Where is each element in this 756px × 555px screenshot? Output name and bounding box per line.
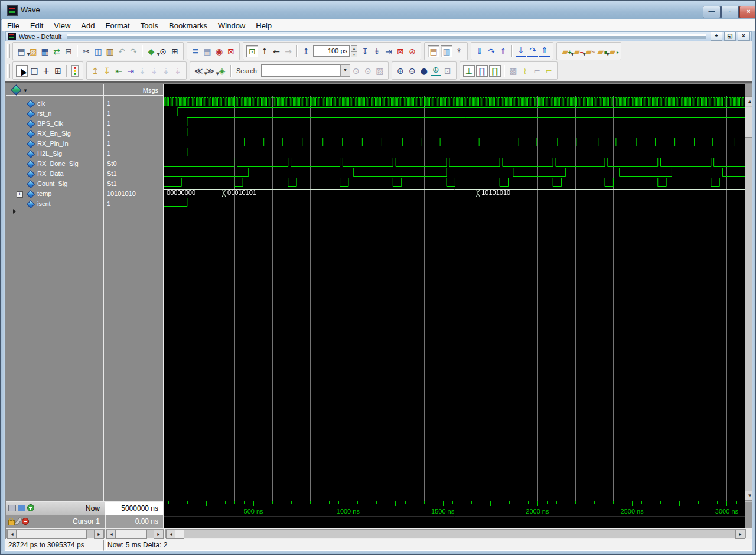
save-format-icon[interactable]: ▰▪▼ xyxy=(595,46,606,57)
compile-icon[interactable]: ◆▼ xyxy=(146,46,157,57)
select-mode-icon[interactable]: ▲ xyxy=(16,65,28,77)
literal-mode-icon[interactable]: ∏ xyxy=(489,65,501,77)
delete-cursor-icon[interactable] xyxy=(22,518,29,525)
delete-wave-icon[interactable]: ⊠ xyxy=(226,46,236,57)
insert-cursor-wave-icon[interactable]: ⇓ xyxy=(516,46,526,57)
link-icon[interactable]: ⊡ xyxy=(246,45,258,57)
zoom-mode-icon[interactable]: □ xyxy=(29,66,40,76)
menu-bookmarks[interactable]: Bookmarks xyxy=(164,20,213,31)
remove-window-pane-icon[interactable]: ▰−▼ xyxy=(572,46,582,57)
menu-view[interactable]: View xyxy=(48,20,76,31)
restart-icon[interactable]: ↥ xyxy=(301,46,311,57)
save-icon[interactable]: ▦ xyxy=(40,46,50,57)
add-to-wave-icon[interactable]: ≣ xyxy=(190,46,201,57)
memory-profile-icon[interactable]: ▥ xyxy=(441,45,452,57)
signal-value-H2L_Sig[interactable]: 1 xyxy=(107,149,163,159)
next-transition-icon[interactable]: ⇥ xyxy=(125,66,136,76)
lock-cursor-icon[interactable] xyxy=(8,520,15,525)
restore-cursor-icon[interactable]: ↷ xyxy=(486,46,497,57)
spin-up-icon[interactable]: ▲ xyxy=(351,45,357,51)
logic-mode-icon[interactable]: ∏ xyxy=(476,65,488,77)
stop-drag-icon[interactable]: * xyxy=(454,46,464,57)
new-file-icon[interactable]: ▤▼ xyxy=(16,46,27,57)
signal-row-iscnt[interactable]: iscnt xyxy=(6,199,103,209)
menu-tools[interactable]: Tools xyxy=(135,20,164,31)
back-icon[interactable]: ← xyxy=(271,46,282,57)
grid-display-icon[interactable]: ▩ xyxy=(508,66,519,76)
undo-icon[interactable]: ↶ xyxy=(116,46,127,57)
open-format-icon[interactable]: ▰▸ xyxy=(607,46,618,57)
stop-icon[interactable]: ⊠ xyxy=(395,46,406,57)
signal-value-BPS_Clk[interactable]: 1 xyxy=(107,119,163,129)
pattern-wizard-icon[interactable]: ▦ xyxy=(202,46,213,57)
signal-row-RX_Pin_In[interactable]: RX_Pin_In xyxy=(6,139,103,149)
menu-edit[interactable]: Edit xyxy=(25,20,48,31)
copy-icon[interactable]: ◫ xyxy=(93,46,103,57)
edit-cursor-icon[interactable] xyxy=(14,517,22,526)
find-icon[interactable]: ⊙ xyxy=(158,46,168,57)
edit-mode-icon[interactable]: ⊞ xyxy=(53,66,63,76)
cursor-value-cell[interactable]: 0.00 ns xyxy=(105,515,163,528)
signal-value-RX_Pin_In[interactable]: 1 xyxy=(107,139,163,149)
previous-rise-icon[interactable]: ⇣ xyxy=(137,66,148,76)
open-icon[interactable]: ▨ xyxy=(28,46,38,57)
signal-value-Count_Sig[interactable]: St1 xyxy=(107,179,163,189)
export-waveform-icon[interactable]: ◉ xyxy=(214,46,224,57)
minimize-button[interactable]: — xyxy=(703,6,721,18)
signal-row-clk[interactable]: clk xyxy=(6,99,103,109)
cut-icon[interactable]: ✂ xyxy=(81,46,92,57)
expand-icon[interactable]: + xyxy=(17,191,23,198)
signal-row-H2L_Sig[interactable]: H2L_Sig xyxy=(6,149,103,159)
collapse-right-icon[interactable]: ≫▼ xyxy=(205,66,216,76)
names-scroll-thumb[interactable] xyxy=(16,530,87,539)
insert-fall-edge-icon[interactable]: ↧ xyxy=(102,66,112,76)
paste-icon[interactable]: ▥ xyxy=(105,46,115,57)
timeline-display-icon[interactable]: ≀ xyxy=(520,66,530,76)
pane-undock-button[interactable]: ◱ xyxy=(724,32,736,41)
toolbar-grip[interactable] xyxy=(7,44,10,58)
next-rise-icon[interactable]: ⇣ xyxy=(149,66,159,76)
signal-value-RX_Done_Sig[interactable]: St0 xyxy=(107,159,163,169)
menu-window[interactable]: Window xyxy=(213,20,250,31)
redo-icon[interactable]: ↷ xyxy=(128,46,139,57)
menu-format[interactable]: Format xyxy=(100,20,135,31)
now-value-cell[interactable]: 5000000 ns xyxy=(105,502,163,515)
pan-mode-icon[interactable]: + xyxy=(41,66,51,76)
values-scroll-thumb[interactable] xyxy=(115,530,147,539)
pane-title-bar[interactable]: Wave - Default + ◱ × xyxy=(5,31,752,41)
wave-horizontal-scrollbar[interactable]: ◄ ► xyxy=(165,529,746,538)
close-button[interactable]: × xyxy=(739,6,756,18)
cursor-cell[interactable]: Cursor 1 xyxy=(6,515,105,528)
values-horizontal-scrollbar[interactable]: ◄ ► xyxy=(106,529,164,538)
pane-dock-button[interactable]: + xyxy=(711,32,722,41)
signal-value-RX_En_Sig[interactable]: 1 xyxy=(107,129,163,139)
stop-sim-icon[interactable] xyxy=(71,65,79,77)
title-bar[interactable]: Wave — ▫ × xyxy=(1,1,756,20)
remove-cursor-icon[interactable]: ⇑ xyxy=(498,46,509,57)
search-options-icon[interactable]: ▨ xyxy=(374,66,385,76)
collapse-left-icon[interactable]: ≪▼ xyxy=(193,66,204,76)
expand-all-icon[interactable]: ◈ xyxy=(217,66,227,76)
pane-drag-grip[interactable] xyxy=(67,34,706,39)
zoom-out-icon[interactable]: ⊖ xyxy=(407,66,418,76)
waveform-canvas[interactable] xyxy=(164,84,745,501)
insert-cursor-icon[interactable]: ⇓ xyxy=(474,46,485,57)
add-cursor-icon[interactable] xyxy=(27,504,34,511)
forward-icon[interactable]: → xyxy=(283,46,294,57)
maximize-button[interactable]: ▫ xyxy=(721,6,739,18)
run-length-input[interactable]: 100 ps xyxy=(313,45,350,57)
performance-profile-icon[interactable]: ▤ xyxy=(428,45,439,57)
signal-row-Count_Sig[interactable]: Count_Sig xyxy=(6,179,103,189)
next-fall-icon[interactable]: ⇣ xyxy=(172,66,183,76)
expand-hierarchy-icon[interactable]: ⊞ xyxy=(170,46,180,57)
insert-rise-edge-icon[interactable]: ↥ xyxy=(90,66,100,76)
scroll-right-button[interactable]: ► xyxy=(735,530,745,539)
print-icon[interactable]: ⊟ xyxy=(63,46,74,57)
edit-window-pane-icon[interactable]: ▰~ xyxy=(584,46,594,57)
signal-row-BPS_Clk[interactable]: BPS_Clk xyxy=(6,119,103,129)
search-dropdown[interactable]: ▼ xyxy=(340,64,350,77)
now-cell[interactable]: Now xyxy=(6,502,105,515)
scroll-right-button[interactable]: ► xyxy=(94,530,104,539)
continue-run-icon[interactable]: ⇥ xyxy=(383,46,394,57)
previous-fall-icon[interactable]: ⇣ xyxy=(161,66,171,76)
